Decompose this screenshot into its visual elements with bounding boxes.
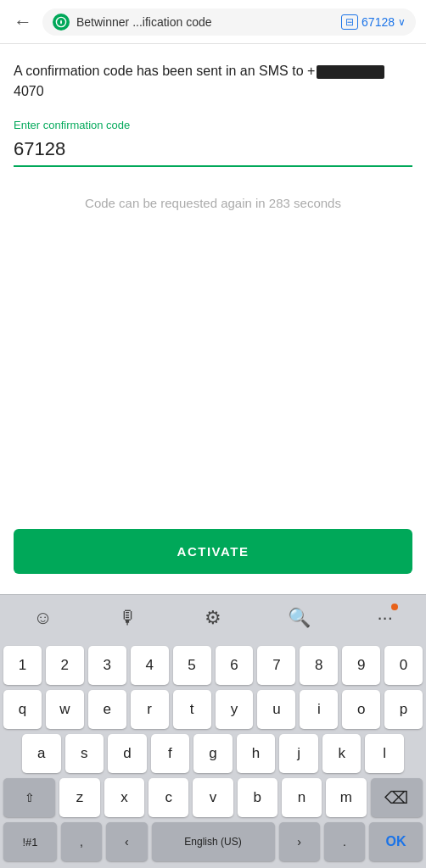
browser-bar: ← Betwinner ...ification code ⊟ 67128 ∨ [0, 0, 426, 44]
sms-notice: A confirmation code has been sent in an … [14, 61, 412, 102]
key-u[interactable]: u [257, 690, 295, 729]
tab-count-label: 67128 [362, 15, 395, 29]
key-0[interactable]: 0 [384, 646, 423, 685]
confirmation-code-input[interactable] [14, 135, 412, 167]
key-shift[interactable]: ⇧ [3, 778, 55, 817]
activate-button[interactable]: ACTIVATE [14, 529, 412, 574]
keyboard-number-row: 1 2 3 4 5 6 7 8 9 0 [3, 646, 423, 685]
key-n[interactable]: n [282, 778, 322, 817]
keyboard: 1 2 3 4 5 6 7 8 9 0 q w e r t y u i o p … [0, 641, 426, 868]
key-delete[interactable]: ⌫ [371, 778, 423, 817]
key-d[interactable]: d [108, 734, 147, 773]
key-6[interactable]: 6 [216, 646, 254, 685]
key-1[interactable]: 1 [3, 646, 42, 685]
code-input-label: Enter confirmation code [14, 119, 412, 131]
key-f[interactable]: f [151, 734, 190, 773]
key-q[interactable]: q [3, 690, 42, 729]
key-8[interactable]: 8 [300, 646, 338, 685]
key-e[interactable]: e [88, 690, 126, 729]
key-period[interactable]: . [324, 822, 365, 861]
phone-redacted [317, 65, 384, 79]
key-4[interactable]: 4 [131, 646, 169, 685]
settings-icon[interactable]: ⚙ [193, 604, 233, 632]
keyboard-asdf-row: a s d f g h j k l [3, 734, 423, 773]
search-icon[interactable]: 🔍 [276, 604, 322, 632]
confirmation-code-group: Enter confirmation code [14, 119, 412, 167]
key-v[interactable]: v [193, 778, 233, 817]
key-5[interactable]: 5 [173, 646, 211, 685]
more-icon[interactable]: ··· [365, 604, 404, 632]
key-s[interactable]: s [65, 734, 104, 773]
key-2[interactable]: 2 [46, 646, 84, 685]
key-j[interactable]: j [279, 734, 318, 773]
key-g[interactable]: g [193, 734, 233, 773]
key-o[interactable]: o [342, 690, 380, 729]
key-c[interactable]: c [149, 778, 188, 817]
keyboard-toolbar: ☺ 🎙 ⚙ 🔍 ··· [0, 594, 426, 641]
brand-name: Betwinner ...ification code [76, 15, 334, 29]
main-content: A confirmation code has been sent in an … [0, 44, 426, 594]
key-symbols[interactable]: !#1 [3, 822, 57, 861]
mic-icon[interactable]: 🎙 [107, 604, 149, 632]
key-arrow-left[interactable]: ‹ [106, 822, 147, 861]
site-icon [53, 14, 70, 31]
keyboard-qwerty-row: q w e r t y u i o p [3, 690, 423, 729]
key-x[interactable]: x [104, 778, 144, 817]
key-z[interactable]: z [59, 778, 99, 817]
browser-tab[interactable]: Betwinner ...ification code ⊟ 67128 ∨ [42, 8, 416, 36]
key-9[interactable]: 9 [342, 646, 380, 685]
key-ok[interactable]: OK [369, 822, 423, 861]
key-t[interactable]: t [173, 690, 211, 729]
key-7[interactable]: 7 [257, 646, 295, 685]
key-k[interactable]: k [322, 734, 362, 773]
resend-timer-text: Code can be requested again in 283 secon… [14, 196, 412, 210]
emoji-icon[interactable]: ☺ [21, 604, 64, 632]
chevron-down-icon: ∨ [398, 16, 406, 28]
key-r[interactable]: r [131, 690, 169, 729]
key-i[interactable]: i [300, 690, 338, 729]
key-h[interactable]: h [237, 734, 276, 773]
key-3[interactable]: 3 [88, 646, 126, 685]
key-y[interactable]: y [216, 690, 254, 729]
key-p[interactable]: p [384, 690, 423, 729]
tab-count-box: ⊟ [341, 14, 358, 30]
key-comma[interactable]: , [61, 822, 102, 861]
keyboard-zxcv-row: ⇧ z x c v b n m ⌫ [3, 778, 423, 817]
keyboard-bottom-row: !#1 , ‹ English (US) › . OK [3, 822, 423, 861]
key-arrow-right[interactable]: › [279, 822, 320, 861]
key-l[interactable]: l [365, 734, 404, 773]
back-button[interactable]: ← [10, 11, 36, 33]
key-w[interactable]: w [46, 690, 84, 729]
tab-counter[interactable]: ⊟ 67128 ∨ [341, 14, 406, 30]
key-a[interactable]: a [22, 734, 61, 773]
key-m[interactable]: m [326, 778, 366, 817]
key-language[interactable]: English (US) [152, 822, 275, 861]
key-b[interactable]: b [238, 778, 277, 817]
